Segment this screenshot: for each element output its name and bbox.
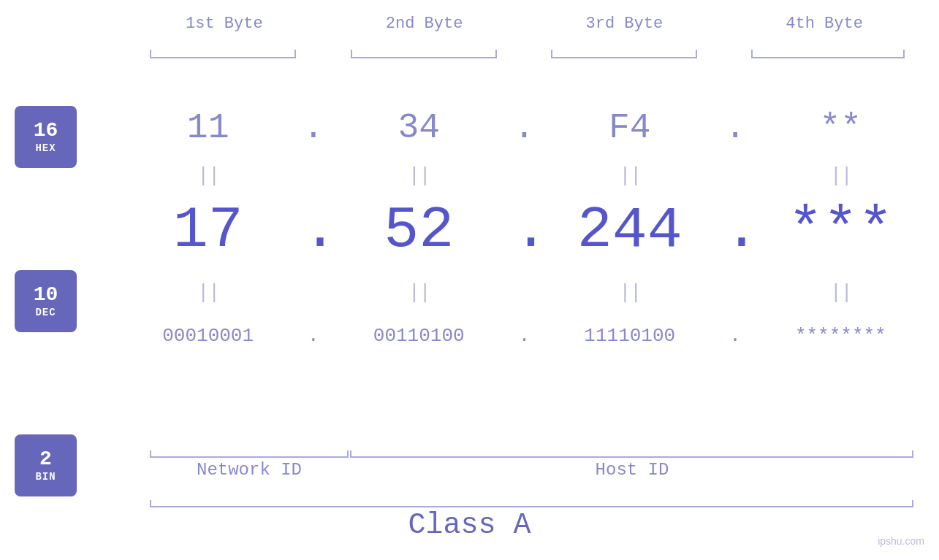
network-bracket-right	[347, 450, 349, 458]
bracket-tick-4r	[903, 50, 905, 57]
pipe-8: ||	[767, 281, 913, 304]
pipe-row-1: || || || ||	[124, 161, 924, 190]
pipe-3: ||	[557, 164, 703, 187]
base-labels: 16 HEX 10 DEC 2 BIN	[15, 106, 77, 496]
host-id-label: Host ID	[351, 460, 913, 480]
byte-headers: 1st Byte 2nd Byte 3rd Byte 4th Byte	[124, 15, 924, 33]
bracket-4	[751, 57, 905, 58]
bracket-tick-3r	[696, 50, 697, 57]
bin-byte-3: 11110100	[557, 325, 703, 347]
bin-dot-1: .	[303, 325, 324, 347]
byte-header-4: 4th Byte	[751, 15, 897, 33]
hex-dot-1: .	[303, 108, 324, 147]
outer-bracket-right	[912, 500, 913, 507]
bracket-tick-2l	[351, 50, 352, 57]
pipe-row-2: || || || ||	[124, 277, 924, 307]
hex-number: 16	[34, 120, 58, 142]
hex-byte-3: F4	[557, 108, 703, 147]
hex-name: HEX	[35, 142, 56, 154]
bin-dot-2: .	[513, 325, 535, 347]
bin-dot-3: .	[724, 325, 746, 347]
bin-row: 00010001 . 00110100 . 11110100 . *******…	[124, 307, 924, 365]
outer-bracket-left	[150, 500, 151, 507]
pipe-5: ||	[135, 281, 281, 304]
host-bracket-right	[912, 450, 913, 458]
hex-byte-2: 34	[346, 108, 492, 147]
host-bracket-left	[350, 450, 351, 458]
dec-byte-4: ***	[767, 197, 913, 264]
bracket-tick-1l	[150, 50, 151, 57]
class-label: Class A	[0, 509, 939, 542]
network-id-label: Network ID	[150, 460, 349, 480]
dec-dot-3: .	[724, 197, 746, 264]
bin-byte-4: ********	[767, 325, 913, 347]
bracket-3	[551, 57, 697, 58]
hex-byte-1: 11	[135, 108, 281, 147]
hex-dot-2: .	[513, 108, 535, 147]
outer-bracket	[150, 506, 913, 507]
pipe-2: ||	[346, 164, 492, 187]
dec-byte-2: 52	[346, 197, 492, 264]
values-grid: 11 . 34 . F4 . ** || || || || 17 . 52 . …	[124, 95, 924, 365]
bracket-tick-1r	[294, 50, 296, 57]
network-bracket-left	[150, 450, 151, 458]
hex-badge: 16 HEX	[15, 106, 77, 168]
dec-byte-1: 17	[135, 197, 281, 264]
pipe-1: ||	[135, 164, 281, 187]
main-container: 1st Byte 2nd Byte 3rd Byte 4th Byte 16 H…	[0, 0, 939, 560]
dec-number: 10	[34, 284, 58, 307]
dec-dot-2: .	[513, 197, 535, 264]
bracket-2	[351, 57, 497, 58]
dec-badge: 10 DEC	[15, 270, 77, 332]
hex-row: 11 . 34 . F4 . **	[124, 95, 924, 161]
pipe-4: ||	[767, 164, 913, 187]
bin-byte-2: 00110100	[346, 325, 492, 347]
bracket-1	[150, 57, 296, 58]
bin-byte-1: 00010001	[135, 325, 281, 347]
dec-row: 17 . 52 . 244 . ***	[124, 190, 924, 270]
host-bracket	[350, 456, 913, 458]
bracket-tick-2r	[495, 50, 497, 57]
bin-badge: 2 BIN	[15, 434, 77, 496]
hex-byte-4: **	[767, 108, 913, 147]
watermark: ipshu.com	[878, 535, 924, 547]
dec-byte-3: 244	[557, 197, 703, 264]
bracket-tick-4l	[751, 50, 753, 57]
bin-number: 2	[39, 448, 52, 471]
bin-name: BIN	[35, 471, 56, 483]
byte-header-2: 2nd Byte	[351, 15, 498, 33]
hex-dot-3: .	[724, 108, 746, 147]
network-bracket	[150, 456, 349, 458]
byte-header-1: 1st Byte	[151, 15, 297, 33]
pipe-7: ||	[557, 281, 703, 304]
dec-dot-1: .	[303, 197, 324, 264]
pipe-6: ||	[346, 281, 492, 304]
dec-name: DEC	[35, 307, 56, 318]
bracket-tick-3l	[551, 50, 552, 57]
byte-header-3: 3rd Byte	[551, 15, 697, 33]
